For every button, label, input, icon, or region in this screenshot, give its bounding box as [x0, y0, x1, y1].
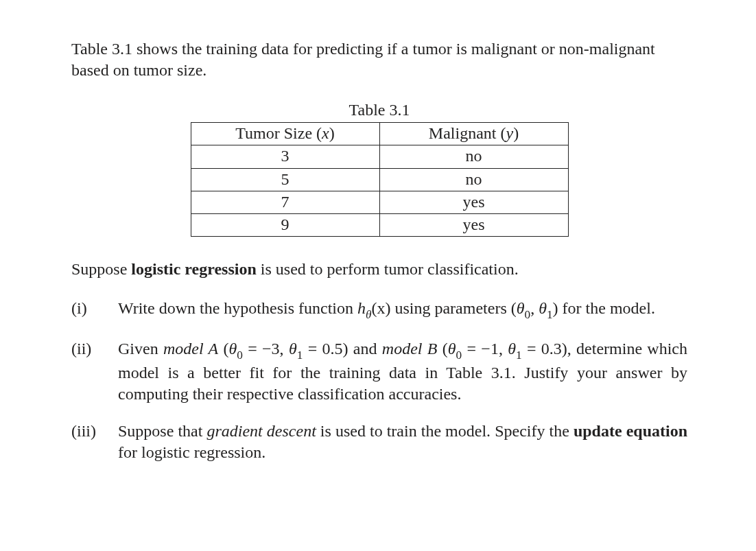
question-ii: (ii) Given model A (θ0 = −3, θ1 = 0.5) a…: [71, 338, 687, 404]
question-text: Write down the hypothesis function hθ(x)…: [118, 298, 687, 322]
page-content: Table 3.1 shows the training data for pr…: [0, 0, 756, 507]
col-header-malignant: Malignant (y): [379, 123, 568, 145]
data-table: Tumor Size (x) Malignant (y) 3 no 5 no 7…: [191, 122, 569, 237]
table-row: 7 yes: [191, 191, 568, 213]
cell-x: 3: [191, 145, 379, 168]
table-3-1: Table 3.1 Tumor Size (x) Malignant (y) 3…: [71, 99, 687, 237]
question-label: (ii): [71, 338, 118, 360]
question-text: Suppose that gradient descent is used to…: [118, 421, 687, 462]
theta-subscript: θ: [366, 308, 371, 321]
cell-x: 9: [191, 214, 379, 237]
model-a: model A: [163, 340, 218, 357]
update-equation-bold: update equation: [574, 422, 687, 440]
cell-x: 5: [191, 168, 379, 191]
h-var: h: [357, 299, 366, 317]
intro-paragraph: Table 3.1 shows the training data for pr…: [71, 38, 687, 80]
gradient-descent: gradient descent: [206, 422, 316, 440]
col-header-tumor-size: Tumor Size (x): [191, 123, 379, 145]
cell-y: no: [379, 168, 568, 191]
question-label: (iii): [71, 421, 118, 442]
cell-y: yes: [379, 214, 568, 237]
cell-x: 7: [191, 191, 379, 213]
intro-text: Table 3.1 shows the training data for pr…: [71, 40, 655, 79]
lead-sentence: Suppose logistic regression is used to p…: [71, 259, 687, 280]
cell-y: no: [379, 145, 568, 168]
question-text: Given model A (θ0 = −3, θ1 = 0.5) and mo…: [118, 338, 687, 404]
model-b: model B: [382, 340, 438, 357]
table-header-row: Tumor Size (x) Malignant (y): [191, 123, 568, 145]
question-label: (i): [71, 298, 118, 319]
question-i: (i) Write down the hypothesis function h…: [71, 298, 687, 322]
table-caption: Table 3.1: [71, 99, 687, 121]
table-row: 9 yes: [191, 214, 568, 237]
cell-y: yes: [379, 191, 568, 213]
lead-bold: logistic regression: [131, 260, 256, 278]
table-row: 5 no: [191, 168, 568, 191]
question-iii: (iii) Suppose that gradient descent is u…: [71, 421, 687, 462]
table-row: 3 no: [191, 145, 568, 168]
